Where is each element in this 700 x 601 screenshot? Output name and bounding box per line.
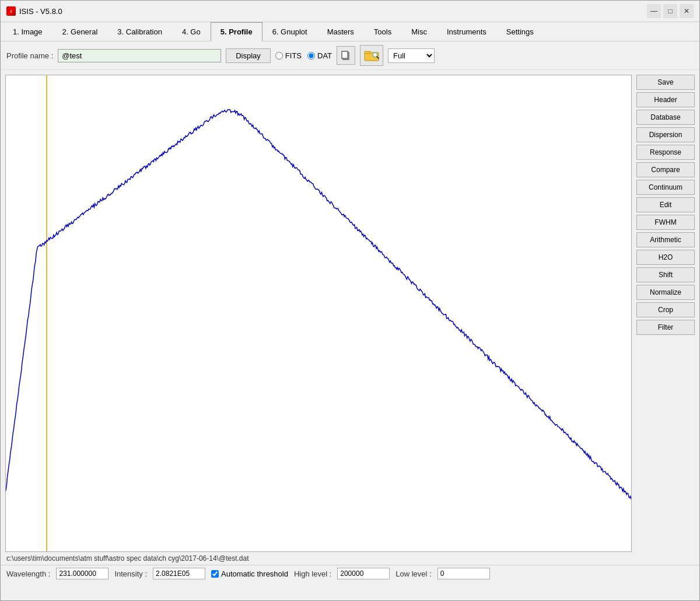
view-select[interactable]: Full Half Quarter <box>388 48 435 63</box>
auto-threshold-label[interactable]: Automatic threshold <box>211 569 288 578</box>
fits-radio[interactable] <box>275 52 283 60</box>
format-radio-group: FITS DAT <box>275 51 332 60</box>
wavelength-label: Wavelength : <box>6 569 50 578</box>
title-text: ISIS - V5.8.0 <box>19 7 62 16</box>
sidebar-btn-filter[interactable]: Filter <box>636 320 695 335</box>
auto-threshold-text: Automatic threshold <box>221 569 288 578</box>
tab-instruments[interactable]: Instruments <box>437 22 496 41</box>
status-bar: c:\users\tim\documents\atm stuff\astro s… <box>1 552 699 565</box>
tab-calibration[interactable]: 3. Calibration <box>107 22 172 41</box>
tab-bar: 1. Image2. General3. Calibration4. Go5. … <box>1 22 699 41</box>
copy-icon <box>341 50 351 61</box>
sidebar-btn-crop[interactable]: Crop <box>636 302 695 317</box>
sidebar-btn-arithmetic[interactable]: Arithmetic <box>636 232 695 247</box>
tab-tools[interactable]: Tools <box>364 22 401 41</box>
minimize-button[interactable]: — <box>647 4 661 18</box>
copy-button[interactable] <box>337 46 355 65</box>
svg-rect-3 <box>365 51 370 54</box>
sidebar-btn-database[interactable]: Database <box>636 110 695 125</box>
close-button[interactable]: ✕ <box>680 4 694 18</box>
tab-misc[interactable]: Misc <box>401 22 437 41</box>
sidebar-btn-compare[interactable]: Compare <box>636 162 695 177</box>
chart-area <box>5 75 632 552</box>
spectrum-chart <box>6 75 631 551</box>
open-folder-button[interactable] <box>360 45 383 66</box>
low-level-input[interactable] <box>438 568 490 579</box>
profile-input[interactable] <box>58 49 221 62</box>
tab-go[interactable]: 4. Go <box>172 22 211 41</box>
window-controls: — □ ✕ <box>647 4 694 18</box>
sidebar-btn-header[interactable]: Header <box>636 92 695 107</box>
dat-radio-label[interactable]: DAT <box>307 51 332 60</box>
high-level-label: High level : <box>294 569 331 578</box>
auto-threshold-checkbox[interactable] <box>211 570 219 578</box>
maximize-button[interactable]: □ <box>663 4 677 18</box>
sidebar-btn-continuum[interactable]: Continuum <box>636 180 695 195</box>
low-level-label: Low level : <box>396 569 431 578</box>
sidebar-btn-dispersion[interactable]: Dispersion <box>636 127 695 142</box>
folder-icon <box>363 49 380 62</box>
fits-radio-label[interactable]: FITS <box>275 51 302 60</box>
profile-label: Profile name : <box>6 51 53 60</box>
sidebar-btn-edit[interactable]: Edit <box>636 197 695 212</box>
dat-radio[interactable] <box>307 52 315 60</box>
display-button[interactable]: Display <box>226 48 271 63</box>
tab-gnuplot[interactable]: 6. Gnuplot <box>262 22 317 41</box>
sidebar-btn-save[interactable]: Save <box>636 75 695 90</box>
intensity-label: Intensity : <box>114 569 147 578</box>
dat-label: DAT <box>317 51 332 60</box>
main-area: SaveHeaderDatabaseDispersionResponseComp… <box>1 70 699 552</box>
file-path: c:\users\tim\documents\atm stuff\astro s… <box>6 554 249 562</box>
sidebar-btn-shift[interactable]: Shift <box>636 267 695 282</box>
tab-general[interactable]: 2. General <box>52 22 108 41</box>
app-icon: I <box>6 6 16 16</box>
bottom-bar: Wavelength : Intensity : Automatic thres… <box>1 565 699 582</box>
tab-masters[interactable]: Masters <box>317 22 364 41</box>
high-level-input[interactable] <box>337 568 390 579</box>
wavelength-input[interactable] <box>56 568 108 579</box>
svg-rect-1 <box>342 51 348 58</box>
tab-profile[interactable]: 5. Profile <box>211 22 262 41</box>
sidebar-buttons: SaveHeaderDatabaseDispersionResponseComp… <box>636 75 695 552</box>
title-bar: I ISIS - V5.8.0 — □ ✕ <box>1 1 699 22</box>
toolbar: Profile name : Display FITS DAT Full Hal… <box>1 41 699 70</box>
sidebar-btn-normalize[interactable]: Normalize <box>636 285 695 300</box>
intensity-input[interactable] <box>153 568 205 579</box>
tab-image[interactable]: 1. Image <box>3 22 52 41</box>
sidebar-btn-response[interactable]: Response <box>636 145 695 160</box>
tab-settings[interactable]: Settings <box>496 22 544 41</box>
sidebar-btn-fwhm[interactable]: FWHM <box>636 215 695 230</box>
fits-label: FITS <box>285 51 302 60</box>
sidebar-btn-h2o[interactable]: H2O <box>636 250 695 265</box>
